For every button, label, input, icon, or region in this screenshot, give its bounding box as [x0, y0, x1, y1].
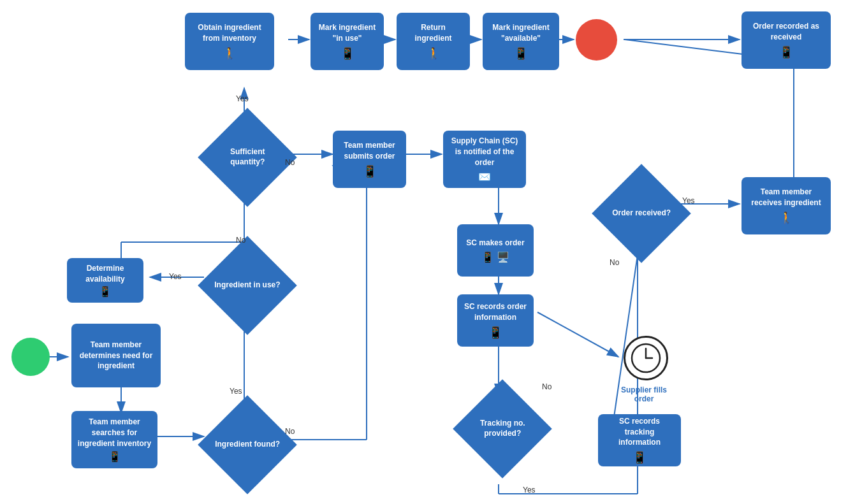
no-label-tracking: No	[542, 382, 552, 391]
ingredient-in-use-label: Ingredient in use?	[214, 280, 280, 291]
team-receives-label: Team member receives ingredient	[747, 187, 826, 208]
supplier-fills-label: Supplier fills order	[612, 385, 676, 403]
determine-avail-label: Determine availability	[72, 263, 138, 285]
ingredient-found-label: Ingredient found?	[215, 440, 280, 450]
sc-records-tracking-label: SC records tracking information	[603, 416, 676, 448]
phone-icon-3: 📱	[779, 45, 793, 59]
walk-icon-3: 🚶	[779, 211, 793, 225]
phone-icon-5: 📱	[481, 251, 494, 263]
phone-icon-4: 📱	[363, 164, 377, 178]
yes-label-order: Yes	[682, 196, 695, 205]
sc-notified-label: Supply Chain (SC) is notified of the ord…	[448, 136, 521, 168]
desktop-icon: 🖥️	[497, 251, 509, 263]
sufficient-qty-label: Sufficient quantity?	[212, 147, 282, 167]
sufficient-qty-diamond: Sufficient quantity?	[198, 108, 297, 207]
team-searches-node: Team member searches for ingredient inve…	[71, 411, 157, 468]
mark-in-use-node: Mark ingredient "in use" 📱	[310, 13, 384, 70]
tracking-provided-label: Tracking no. provided?	[467, 419, 537, 438]
svg-line-16	[537, 312, 618, 357]
determine-avail-node: Determine availability 📱	[67, 258, 143, 303]
return-ingredient-node: Return ingredient 🚶	[397, 13, 470, 70]
no-label-order: No	[610, 258, 619, 267]
phone-icon-8: 📱	[99, 285, 112, 298]
no-label-1: No	[285, 158, 295, 167]
phone-icon-2: 📱	[514, 47, 528, 61]
team-receives-node: Team member receives ingredient 🚶	[741, 177, 831, 234]
team-submits-label: Team member submits order	[338, 140, 401, 162]
obtain-ingredient-node: Obtain ingredient from inventory 🚶	[185, 13, 274, 70]
return-ingredient-label: Return ingredient	[402, 22, 465, 44]
ingredient-in-use-diamond: Ingredient in use?	[198, 236, 297, 335]
phone-icon-9: 📱	[108, 450, 121, 463]
phone-icon-1: 📱	[340, 47, 354, 61]
email-icon: ✉️	[478, 171, 491, 183]
order-recorded-node: Order recorded as received 📱	[741, 11, 831, 69]
end-circle	[576, 19, 617, 61]
mark-available-label: Mark ingredient "available"	[488, 22, 554, 44]
sc-records-order-node: SC records order information 📱	[457, 294, 534, 347]
no-label-3: No	[285, 427, 295, 436]
sc-makes-order-label: SC makes order	[466, 238, 524, 248]
order-recorded-label: Order recorded as received	[747, 21, 826, 43]
sc-records-order-label: SC records order information	[462, 301, 529, 323]
team-determines-label: Team member determines need for ingredie…	[77, 340, 156, 371]
flowchart-diagram: Obtain ingredient from inventory 🚶 Mark …	[0, 0, 862, 504]
supplier-clock	[624, 336, 668, 380]
yes-label-1: Yes	[236, 94, 249, 103]
no-label-2: No	[236, 236, 245, 245]
phone-icon-6: 📱	[488, 326, 502, 340]
ingredient-found-diamond: Ingredient found?	[198, 395, 297, 494]
team-determines-node: Team member determines need for ingredie…	[71, 324, 161, 387]
walk-icon-2: 🚶	[427, 47, 441, 61]
order-received-diamond: Order received?	[592, 164, 691, 263]
order-received-label: Order received?	[612, 208, 671, 219]
phone-icon-7: 📱	[632, 450, 646, 464]
walk-icon-1: 🚶	[223, 47, 237, 61]
yes-label-2: Yes	[169, 272, 182, 281]
start-circle	[11, 338, 50, 376]
mark-in-use-label: Mark ingredient "in use"	[316, 22, 379, 44]
team-searches-label: Team member searches for ingredient inve…	[77, 417, 152, 449]
tracking-provided-diamond: Tracking no. provided?	[453, 379, 552, 479]
team-submits-node: Team member submits order 📱	[333, 131, 406, 188]
yes-label-3: Yes	[230, 387, 242, 396]
mark-available-node: Mark ingredient "available" 📱	[483, 13, 559, 70]
sc-notified-node: Supply Chain (SC) is notified of the ord…	[443, 131, 526, 188]
sc-makes-order-node: SC makes order 📱 🖥️	[457, 224, 534, 277]
obtain-ingredient-label: Obtain ingredient from inventory	[190, 22, 269, 44]
yes-label-tracking: Yes	[523, 486, 536, 494]
sc-records-tracking-node: SC records tracking information 📱	[598, 414, 681, 466]
